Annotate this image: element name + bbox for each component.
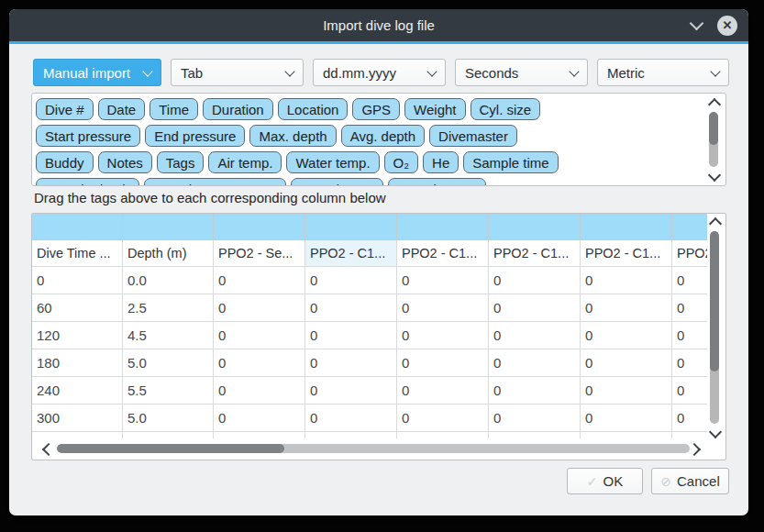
combo-dd-mm-yyyy[interactable]: dd.mm.yyyy — [313, 59, 446, 86]
table-vscrollbar-track[interactable] — [710, 231, 719, 424]
table-cell: 0 — [489, 377, 581, 405]
scroll-left-icon[interactable] — [42, 443, 55, 456]
tag-avg-depth[interactable]: Avg. depth — [341, 125, 425, 147]
table-hscrollbar-thumb[interactable] — [57, 444, 284, 453]
column-header[interactable]: Depth (m) — [123, 240, 214, 267]
tags-scrollbar-track[interactable] — [709, 112, 718, 167]
drop-target-cell[interactable] — [214, 214, 305, 240]
column-header[interactable]: PPO2 - C1... — [305, 240, 397, 267]
combo-label: Seconds — [465, 65, 518, 81]
table-cell: 4.5 — [123, 322, 214, 349]
chevron-down-icon — [569, 66, 579, 76]
table-cell: 0 — [214, 294, 305, 322]
tag-divemaster[interactable]: Divemaster — [429, 125, 517, 147]
column-header[interactable]: PPO2 - C1... — [581, 240, 672, 267]
tag-row: BuddyNotesTagsAir temp.Water temp.O₂HeSa… — [36, 151, 702, 173]
table-cell: 0 — [581, 349, 672, 377]
close-icon: ✕ — [723, 18, 733, 32]
column-header[interactable]: PPO2 - C1... — [489, 240, 581, 267]
table-row: 3005.0000000 — [32, 405, 707, 432]
close-button[interactable]: ✕ — [717, 16, 737, 36]
combo-metric[interactable]: Metric — [597, 59, 729, 86]
tag-sample-depth[interactable]: Sample depth — [36, 178, 139, 186]
tag-sample-cns[interactable]: Sample CNS — [388, 178, 486, 186]
drop-target-cell[interactable] — [581, 214, 672, 240]
table-cell: 5.0 — [123, 349, 214, 377]
table-vertical-scrollbar[interactable] — [706, 215, 725, 440]
tag-end-pressure[interactable]: End pressure — [145, 125, 245, 147]
tag-date[interactable]: Date — [98, 98, 146, 120]
table-grid: Dive Time ...Depth (m)PPO2 - Se...PPO2 -… — [32, 214, 707, 439]
table-row: 602.5000000 — [32, 294, 707, 322]
tag-water-temp[interactable]: Water temp. — [286, 151, 379, 173]
tag-duration[interactable]: Duration — [203, 98, 273, 120]
table-cell: 5.5 — [123, 377, 214, 405]
cancel-circle-icon: ⊘ — [660, 474, 671, 489]
drop-target-cell[interactable] — [305, 214, 397, 240]
tag-dive[interactable]: Dive # — [36, 98, 94, 120]
tag-sample-time[interactable]: Sample time — [463, 151, 558, 173]
drop-target-cell[interactable] — [489, 214, 581, 240]
table-cell: 60 — [32, 294, 123, 322]
combo-tab[interactable]: Tab — [171, 59, 304, 86]
table-cell: 0 — [397, 267, 489, 294]
column-header[interactable]: PPO2 - C1... — [397, 240, 489, 267]
tag-notes[interactable]: Notes — [98, 151, 152, 173]
tag-buddy[interactable]: Buddy — [36, 151, 94, 173]
scroll-up-icon[interactable] — [708, 98, 721, 111]
drop-target-cell[interactable] — [397, 214, 489, 240]
tag-start-pressure[interactable]: Start pressure — [36, 125, 140, 147]
titlebar[interactable]: Import dive log file ✕ — [9, 9, 748, 41]
drop-target-cell[interactable] — [123, 214, 214, 240]
chevron-down-icon — [710, 66, 720, 76]
ok-button[interactable]: ✓ OK — [567, 468, 643, 494]
scroll-right-icon[interactable] — [688, 443, 701, 456]
table-cell: 0 — [581, 322, 672, 349]
table-vscrollbar-thumb[interactable] — [710, 231, 719, 371]
drop-target-cell[interactable] — [32, 214, 123, 240]
tag-sample-temperature[interactable]: Sample temperature — [144, 178, 287, 186]
tag-o[interactable]: O₂ — [384, 151, 419, 173]
cancel-button-label: Cancel — [677, 473, 720, 489]
combo-label: Metric — [607, 65, 645, 81]
tags-scrollbar-thumb[interactable] — [709, 112, 718, 145]
tag-air-temp[interactable]: Air temp. — [208, 151, 282, 173]
scroll-down-icon[interactable] — [708, 169, 721, 182]
scroll-up-icon[interactable] — [709, 217, 722, 230]
cancel-button[interactable]: ⊘ Cancel — [651, 468, 729, 494]
tag-he[interactable]: He — [423, 151, 459, 173]
column-header[interactable]: PPO2 - Se... — [214, 240, 305, 267]
table-cell: 0 — [397, 377, 489, 405]
table-cell: 0 — [214, 349, 305, 377]
table-row: 00.0000000 — [32, 267, 707, 294]
combo-label: Tab — [181, 65, 203, 81]
table-cell: 0 — [489, 349, 581, 377]
combo-seconds[interactable]: Seconds — [455, 59, 588, 86]
tag-tags[interactable]: Tags — [157, 151, 205, 173]
table-cell: 0 — [32, 267, 123, 294]
tag-row: Start pressureEnd pressureMax. depthAvg.… — [36, 125, 702, 147]
tag-gps[interactable]: GPS — [352, 98, 400, 120]
table-cell: 0 — [214, 377, 305, 405]
tags-vertical-scrollbar[interactable] — [705, 95, 724, 183]
tag-sample-po[interactable]: Sample pO₂ — [291, 178, 383, 186]
table-horizontal-scrollbar[interactable] — [33, 438, 706, 459]
table-cell: 0 — [305, 294, 397, 322]
tag-time[interactable]: Time — [149, 98, 198, 120]
tag-weight[interactable]: Weight — [404, 98, 465, 120]
tag-max-depth[interactable]: Max. depth — [249, 125, 336, 147]
table-header-row: Dive Time ...Depth (m)PPO2 - Se...PPO2 -… — [32, 240, 707, 267]
scroll-down-icon[interactable] — [709, 426, 722, 438]
window-shade-button[interactable] — [688, 17, 704, 34]
table-cell: 240 — [32, 377, 123, 405]
column-header[interactable]: PPO2 — [672, 240, 707, 267]
tag-cyl-size[interactable]: Cyl. size — [471, 98, 541, 120]
chevron-down-icon — [426, 66, 437, 76]
column-header[interactable]: Dive Time ... — [32, 240, 123, 267]
tag-location[interactable]: Location — [278, 98, 349, 120]
table-hscrollbar-track[interactable] — [57, 444, 690, 453]
drop-target-cell[interactable] — [672, 214, 707, 240]
combo-manual-import[interactable]: Manual import — [33, 59, 161, 86]
table-cell: 0 — [672, 294, 707, 322]
table-cell: 0 — [397, 294, 489, 322]
